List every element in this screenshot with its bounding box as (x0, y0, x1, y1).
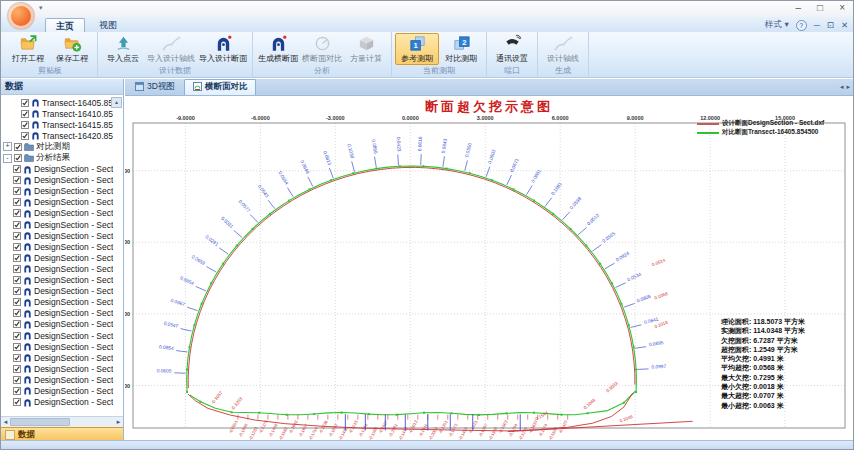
checkbox-checked[interactable] (13, 221, 21, 229)
help-icon[interactable]: ? (796, 20, 807, 31)
checkbox-checked[interactable] (13, 365, 21, 373)
checkbox-checked[interactable] (13, 376, 21, 384)
checkbox-checked[interactable] (13, 276, 21, 284)
checkbox-checked[interactable] (13, 354, 21, 362)
checkbox-checked[interactable] (13, 232, 21, 240)
tree-item[interactable]: DesignSection - Sect (1, 297, 123, 308)
maximize-button[interactable]: □ (817, 2, 823, 13)
ribbon-tab-0[interactable]: 主页 (45, 18, 85, 33)
checkbox-checked[interactable] (13, 198, 21, 206)
checkbox-checked[interactable] (14, 154, 22, 162)
tree-item[interactable]: DesignSection - Sect (1, 319, 123, 330)
scroll-left-icon[interactable]: ◄ (1, 419, 10, 425)
minimize-button[interactable]: – (796, 2, 802, 13)
import-pointcloud-button[interactable]: 导入点云 (101, 33, 145, 64)
checkbox-checked[interactable] (13, 398, 21, 406)
section-compare-button[interactable]: 横断面对比 (300, 33, 344, 64)
tree-item[interactable]: DesignSection - Sect (1, 186, 123, 197)
tree-item[interactable]: DesignSection - Sect (1, 175, 123, 186)
data-panel-tab[interactable]: 数据 (1, 427, 123, 441)
tree-item[interactable]: DesignSection - Sect (1, 286, 123, 297)
tree-item[interactable]: Transect-16420.85 (1, 130, 123, 141)
import-section-button[interactable]: 导入设计断面 (197, 33, 249, 64)
app-logo-icon[interactable] (8, 3, 34, 29)
tree-item[interactable]: DesignSection - Sect (1, 397, 123, 408)
doc-tab-scroll-right-icon[interactable]: ▸ (846, 83, 850, 91)
ribbon-tab-1[interactable]: 视图 (89, 18, 127, 33)
checkbox-checked[interactable] (13, 176, 21, 184)
tree-scroll-up-icon[interactable]: ▲ (111, 97, 122, 108)
checkbox-checked[interactable] (13, 298, 21, 306)
checkbox-checked[interactable] (13, 309, 21, 317)
tree-item[interactable]: DesignSection - Sect (1, 252, 123, 263)
ribbon-close-icon[interactable]: ✕ (841, 20, 848, 30)
checkbox-checked[interactable] (13, 254, 21, 262)
tree-item[interactable]: +对比测期 (1, 141, 123, 152)
checkbox-checked[interactable] (13, 165, 21, 173)
tree-item[interactable]: -分析结果 (1, 152, 123, 163)
checkbox-checked[interactable] (13, 332, 21, 340)
tree-item[interactable]: DesignSection - Sect (1, 363, 123, 374)
svg-text:0.0534: 0.0534 (627, 272, 643, 283)
checkbox-checked[interactable] (21, 99, 29, 107)
volume-button[interactable]: 方量计算 (344, 33, 388, 64)
doc-tab-section-compare[interactable]: 横断面对比 (184, 79, 257, 95)
tree-item[interactable]: DesignSection - Sect (1, 219, 123, 230)
checkbox-checked[interactable] (21, 121, 29, 129)
tree-item[interactable]: DesignSection - Sect (1, 241, 123, 252)
checkbox-checked[interactable] (13, 209, 21, 217)
tunnel-section-icon (23, 264, 32, 273)
tree-item[interactable]: DesignSection - Sect (1, 374, 123, 385)
tree-item[interactable]: DesignSection - Sect (1, 197, 123, 208)
doc-tab-3d-view[interactable]: 3D视图 (127, 80, 183, 95)
checkbox-checked[interactable] (13, 265, 21, 273)
tree-item[interactable]: DesignSection - Sect (1, 275, 123, 286)
checkbox-checked[interactable] (13, 187, 21, 195)
tree-item[interactable]: DesignSection - Sect (1, 308, 123, 319)
checkbox-checked[interactable] (21, 132, 29, 140)
tree-item[interactable]: Transect-16410.85 (1, 108, 123, 119)
svg-text:-0.1842: -0.1842 (328, 422, 339, 437)
svg-text:-0.0891: -0.0891 (228, 419, 239, 434)
checkbox-checked[interactable] (13, 387, 21, 395)
ribbon-group-buttons: 生成横断面横断面对比方量计算 (256, 33, 388, 65)
checkbox-checked[interactable] (14, 143, 22, 151)
collapse-icon[interactable]: - (3, 154, 12, 163)
expand-icon[interactable]: + (3, 142, 12, 151)
tree-item[interactable]: DesignSection - Sect (1, 385, 123, 396)
tree-horizontal-scrollbar[interactable]: ◄ ► (1, 416, 123, 427)
checkbox-checked[interactable] (13, 243, 21, 251)
gen-section-button[interactable]: 生成横断面 (256, 33, 300, 64)
button-label: 导入点云 (107, 53, 139, 64)
tree-item[interactable]: DesignSection - Sect (1, 352, 123, 363)
ribbon-restore-icon[interactable]: ⊡ (827, 20, 834, 30)
tree-item[interactable]: DesignSection - Sect (1, 263, 123, 274)
style-menu[interactable]: 样式 ▾ (765, 19, 789, 31)
phone-button[interactable]: 通讯设置 (490, 33, 534, 64)
tree-item[interactable]: Transect-16405.85 (1, 97, 123, 108)
design-axis-button[interactable]: 导入设计轴线 (145, 33, 197, 64)
tree-item[interactable]: DesignSection - Sect (1, 164, 123, 175)
design-axis-button[interactable]: 设计轴线 (541, 33, 585, 64)
scroll-thumb[interactable] (10, 418, 70, 426)
compare-period-button[interactable]: 2对比测期 (439, 33, 483, 64)
ribbon-minimize-icon[interactable]: ─ (814, 20, 820, 30)
tree-item[interactable]: Transect-16415.85 (1, 119, 123, 130)
scroll-right-icon[interactable]: ► (114, 419, 123, 425)
svg-text:0.0598: 0.0598 (569, 196, 583, 211)
doc-tab-scroll-left-icon[interactable]: ◂ (840, 83, 844, 91)
open-project-button[interactable]: 打开工程 (6, 33, 50, 64)
tree-item[interactable]: DesignSection - Sect (1, 341, 123, 352)
tree-item[interactable]: DesignSection - Sect (1, 208, 123, 219)
quick-access-dropdown-icon[interactable]: ▾ (39, 4, 43, 12)
tree-item[interactable]: DesignSection - Sect (1, 330, 123, 341)
ref-period-button[interactable]: 1参考测期 (395, 33, 439, 65)
checkbox-checked[interactable] (13, 287, 21, 295)
checkbox-checked[interactable] (21, 110, 29, 118)
checkbox-checked[interactable] (13, 343, 21, 351)
data-tree[interactable]: ▲ Transect-16405.85Transect-16410.85Tran… (1, 95, 123, 416)
save-project-button[interactable]: 保存工程 (50, 33, 94, 64)
checkbox-checked[interactable] (13, 320, 21, 328)
tree-item[interactable]: DesignSection - Sect (1, 230, 123, 241)
close-button[interactable]: × (839, 2, 845, 13)
